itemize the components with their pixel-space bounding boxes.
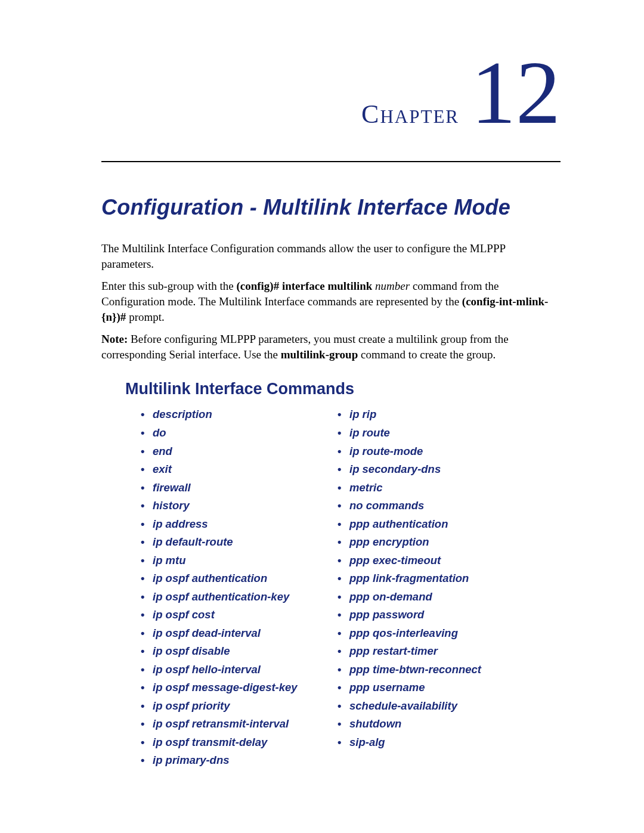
page: Chapter 12 Configuration - Multilink Int…	[0, 0, 644, 833]
command-link[interactable]: ip route	[334, 424, 525, 442]
command-link[interactable]: end	[137, 442, 328, 461]
bold-text: multilink-group	[281, 348, 358, 361]
command-link[interactable]: no commands	[334, 497, 525, 515]
command-link[interactable]: ip route-mode	[334, 442, 525, 461]
command-link[interactable]: metric	[334, 479, 525, 497]
command-link[interactable]: ip secondary-dns	[334, 460, 525, 479]
command-link[interactable]: ip ospf message-digest-key	[137, 679, 328, 697]
command-link[interactable]: ppp username	[334, 679, 525, 697]
section-heading: Multilink Interface Commands	[125, 380, 561, 398]
bold-text: (config)# interface multilink	[236, 280, 372, 292]
command-link[interactable]: history	[137, 497, 328, 515]
chapter-label: Chapter	[361, 99, 459, 129]
command-link[interactable]: do	[137, 424, 328, 442]
command-link[interactable]: ip ospf retransmit-interval	[137, 715, 328, 733]
command-link[interactable]: ppp on-demand	[334, 588, 525, 606]
command-link[interactable]: ip ospf hello-interval	[137, 661, 328, 679]
command-link[interactable]: ip ospf transmit-delay	[137, 733, 328, 752]
command-link[interactable]: schedule-availability	[334, 697, 525, 716]
command-link[interactable]: description	[137, 405, 328, 424]
bold-text: Note:	[101, 333, 128, 345]
command-link[interactable]: ppp time-btwn-reconnect	[334, 661, 525, 679]
command-link[interactable]: ip default-route	[137, 533, 328, 552]
paragraph-2: Enter this sub-group with the (config)# …	[101, 278, 561, 324]
command-link[interactable]: ip ospf cost	[137, 606, 328, 624]
chapter-number: 12	[471, 48, 561, 137]
command-link[interactable]: shutdown	[334, 715, 525, 733]
command-link[interactable]: ip ospf authentication	[137, 569, 328, 588]
command-link[interactable]: ip rip	[334, 405, 525, 424]
command-link[interactable]: ppp exec-timeout	[334, 552, 525, 570]
command-link[interactable]: ppp link-fragmentation	[334, 569, 525, 588]
command-link[interactable]: ppp authentication	[334, 515, 525, 534]
page-title: Configuration - Multilink Interface Mode	[101, 195, 561, 220]
command-column-left: description do end exit firewall history…	[137, 405, 328, 769]
text: Enter this sub-group with the	[101, 280, 236, 292]
command-link[interactable]: ip address	[137, 515, 328, 534]
command-link[interactable]: ip mtu	[137, 552, 328, 570]
paragraph-3: Note: Before configuring MLPPP parameter…	[101, 332, 561, 362]
command-link[interactable]: ip ospf disable	[137, 642, 328, 661]
command-link[interactable]: firewall	[137, 479, 328, 497]
command-link[interactable]: ip ospf dead-interval	[137, 624, 328, 643]
text: command to create the group.	[358, 348, 496, 361]
command-link[interactable]: ppp encryption	[334, 533, 525, 552]
text: prompt.	[126, 311, 164, 323]
command-link[interactable]: ppp password	[334, 606, 525, 624]
command-link[interactable]: ip ospf authentication-key	[137, 588, 328, 606]
text: The Multilink Interface Configuration co…	[101, 242, 505, 270]
command-column-right: ip rip ip route ip route-mode ip seconda…	[334, 405, 525, 769]
command-link[interactable]: exit	[137, 460, 328, 479]
command-link[interactable]: ip ospf priority	[137, 697, 328, 716]
command-link[interactable]: ppp qos-interleaving	[334, 624, 525, 643]
italic-text: number	[372, 280, 410, 292]
chapter-header: Chapter 12	[101, 48, 561, 137]
command-list: description do end exit firewall history…	[137, 405, 561, 769]
horizontal-rule	[101, 161, 561, 162]
paragraph-1: The Multilink Interface Configuration co…	[101, 241, 561, 271]
command-link[interactable]: sip-alg	[334, 733, 525, 752]
command-link[interactable]: ppp restart-timer	[334, 642, 525, 661]
command-link[interactable]: ip primary-dns	[137, 751, 328, 770]
